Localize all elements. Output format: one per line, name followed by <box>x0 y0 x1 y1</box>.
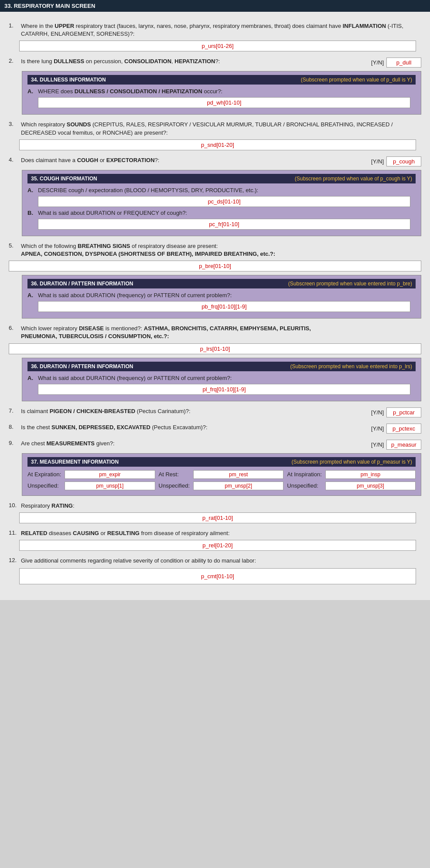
subscreen-34-title: 34. DULLNESS INFORMATION <box>31 77 106 83</box>
q5-field[interactable]: p_bre[01-10] <box>9 261 421 271</box>
subscreen-35-header: 35. COUGH INFORMATION (Subscreen prompte… <box>27 174 416 183</box>
sub-36-lrs-a-letter: A. <box>27 375 38 381</box>
sub-36-bre-a-field[interactable]: pb_frq[01-10][1-9] <box>38 301 410 312</box>
question-6: 6. Which lower repiratory DISEASE is men… <box>9 325 421 340</box>
sub-36-lrs-a-field[interactable]: pl_frq[01-10][1-9] <box>38 384 410 395</box>
q8-yn-label: [Y/N] <box>371 425 384 432</box>
q12-field-container: p_cmt[01-10] <box>19 568 416 584</box>
subscreen-36-bre-header: 36. DURATION / PATTERN INFORMATION (Subs… <box>27 279 416 288</box>
q3-field-container: p_snd[01-20] <box>19 139 416 150</box>
sub-34-a-text: WHERE does DULLNESS / CONSOLIDATION / HE… <box>38 88 416 95</box>
q9-text: Are chest MEASUREMENTS given?: <box>21 440 367 448</box>
q4-yn: [Y/N] p_cough <box>371 156 421 166</box>
q11-field-container: p_rel[01-20] <box>19 540 416 551</box>
question-10: 10. Respiratory RATING: <box>9 502 421 510</box>
subscreen-36-bre-title: 36. DURATION / PATTERN INFORMATION <box>31 281 133 287</box>
subscreen-37: 37. MEASUREMENT INFORMATION (Subscreen p… <box>22 453 421 496</box>
question-4: 4. Does claimant have a COUGH or EXPECTO… <box>9 156 421 166</box>
subscreen-36-lrs-title: 36. DURATION / PATTERN INFORMATION <box>31 363 133 370</box>
sub-36-lrs-a-field-container: pl_frq[01-10][1-9] <box>38 384 410 395</box>
subscreen-34-prompt: (Subscreen prompted when value of p_dull… <box>301 77 412 83</box>
q6-field-container: p_lrs[01-10] <box>9 343 421 354</box>
q7-text: Is claimant PIGEON / CHICKEN-BREASTED (P… <box>21 407 367 415</box>
q8-field[interactable]: p_pctexc <box>386 424 421 434</box>
q3-text: Which respiratory SOUNDS (CREPITUS, RALE… <box>21 121 421 136</box>
subscreen-37-prompt: (Subscreen prompted when value of p_meas… <box>291 459 412 465</box>
measurement-grid: At Expiration: pm_expir At Rest: pm_rest… <box>27 470 416 490</box>
q4-field[interactable]: p_cough <box>386 156 421 166</box>
sub-35-b-field-container: pc_fr[01-10] <box>38 219 410 230</box>
sub-35-a-field-container: pc_ds[01-10] <box>38 196 410 207</box>
meas-label-rest: At Rest: <box>159 471 190 478</box>
subscreen-36-bre-prompt: (Subscreen prompted when value entered i… <box>288 281 412 287</box>
sub-35-a-field[interactable]: pc_ds[01-10] <box>38 196 410 207</box>
q10-field[interactable]: p_rat[01-10] <box>19 512 416 523</box>
sub-34-a-field[interactable]: pd_wh[01-10] <box>38 97 410 108</box>
q9-field[interactable]: p_measur <box>386 440 421 450</box>
subscreen-36-lrs-prompt: (Subscreen prompted when value entered i… <box>290 363 413 370</box>
q11-num: 11. <box>9 529 21 536</box>
meas-label-insp: At Inspiration: <box>287 471 322 478</box>
q12-text: Give additional comments regarding relat… <box>21 557 421 565</box>
meas-field-expir[interactable]: pm_expir <box>65 470 155 479</box>
meas-field-unsp3[interactable]: pm_unsp[3] <box>325 481 416 490</box>
subscreen-36-lrs-item-a: A. What is said about DURATION (frequenc… <box>27 375 416 381</box>
sub-36-bre-a-field-container: pb_frq[01-10][1-9] <box>38 301 410 312</box>
meas-field-rest[interactable]: pm_rest <box>193 470 283 479</box>
q5-field-container: p_bre[01-10] <box>9 261 421 271</box>
q1-num: 1. <box>9 22 21 29</box>
q2-yn: [Y/N] p_dull <box>371 58 421 68</box>
q2-field[interactable]: p_dull <box>386 58 421 68</box>
header-title: 33. RESPIRATORY MAIN SCREEN <box>4 3 95 9</box>
sub-35-b-field[interactable]: pc_fr[01-10] <box>38 219 410 230</box>
question-12: 12. Give additional comments regarding r… <box>9 557 421 565</box>
content-area: 1. Where in the UPPER respiratory tract … <box>0 12 430 591</box>
q11-text: RELATED diseases CAUSING or RESULTING fr… <box>21 529 421 537</box>
question-9: 9. Are chest MEASUREMENTS given?: [Y/N] … <box>9 440 421 450</box>
q8-text: Is the chest SUNKEN, DEPRESSED, EXCAVATE… <box>21 424 367 431</box>
q2-num: 2. <box>9 58 21 64</box>
question-1: 1. Where in the UPPER respiratory tract … <box>9 22 421 38</box>
subscreen-35-title: 35. COUGH INFORMATION <box>31 176 97 182</box>
meas-field-insp[interactable]: pm_insp <box>325 470 416 479</box>
sub-34-a-field-container: pd_wh[01-10] <box>38 97 410 108</box>
q3-field[interactable]: p_snd[01-20] <box>19 139 416 150</box>
question-7: 7. Is claimant PIGEON / CHICKEN-BREASTED… <box>9 407 421 417</box>
q12-num: 12. <box>9 557 21 563</box>
q6-text: Which lower repiratory DISEASE is mentio… <box>21 325 421 340</box>
meas-label-unsp3: Unspecified: <box>287 482 322 489</box>
question-3: 3. Which respiratory SOUNDS (CREPITUS, R… <box>9 121 421 136</box>
q1-field-container: p_urs[01-26] <box>19 41 416 51</box>
subscreen-37-title: 37. MEASUREMENT INFORMATION <box>31 459 119 465</box>
meas-field-unsp2[interactable]: pm_unsp[2] <box>193 481 283 490</box>
subscreen-36-lrs: 36. DURATION / PATTERN INFORMATION (Subs… <box>22 358 421 401</box>
subscreen-34: 34. DULLNESS INFORMATION (Subscreen prom… <box>22 71 421 115</box>
q4-yn-label: [Y/N] <box>371 158 384 165</box>
q6-field[interactable]: p_lrs[01-10] <box>9 343 421 354</box>
q1-text: Where in the UPPER respiratory tract (fa… <box>21 22 421 38</box>
q8-yn: [Y/N] p_pctexc <box>371 424 421 434</box>
q12-field[interactable]: p_cmt[01-10] <box>19 568 416 584</box>
q1-field[interactable]: p_urs[01-26] <box>19 41 416 51</box>
q2-yn-label: [Y/N] <box>371 59 384 66</box>
q9-yn-label: [Y/N] <box>371 441 384 448</box>
sub-35-b-letter: B. <box>27 210 38 216</box>
sub-36-bre-a-letter: A. <box>27 292 38 298</box>
sub-36-lrs-a-text: What is said about DURATION (frequency) … <box>38 375 416 381</box>
subscreen-36-lrs-header: 36. DURATION / PATTERN INFORMATION (Subs… <box>27 362 416 371</box>
question-2: 2. Is there lung DULLNESS on percussion,… <box>9 58 421 68</box>
sub-35-a-letter: A. <box>27 187 38 193</box>
subscreen-36-bre: 36. DURATION / PATTERN INFORMATION (Subs… <box>22 275 421 319</box>
q6-num: 6. <box>9 325 21 331</box>
question-5: 5. Which of the following BREATHING SIGN… <box>9 242 421 258</box>
q9-yn: [Y/N] p_measur <box>371 440 421 450</box>
sub-34-a-letter: A. <box>27 88 38 95</box>
meas-field-unsp1[interactable]: pm_unsp[1] <box>65 481 155 490</box>
q2-text: Is there lung DULLNESS on percussion, CO… <box>21 58 367 65</box>
q7-field[interactable]: p_pctcar <box>386 407 421 417</box>
q4-text: Does claimant have a COUGH or EXPECTORAT… <box>21 156 367 164</box>
subscreen-35-item-a: A. DESCRIBE cough / expectoration (BLOOD… <box>27 187 416 193</box>
question-8: 8. Is the chest SUNKEN, DEPRESSED, EXCAV… <box>9 424 421 434</box>
subscreen-34-header: 34. DULLNESS INFORMATION (Subscreen prom… <box>27 75 416 85</box>
q11-field[interactable]: p_rel[01-20] <box>19 540 416 551</box>
